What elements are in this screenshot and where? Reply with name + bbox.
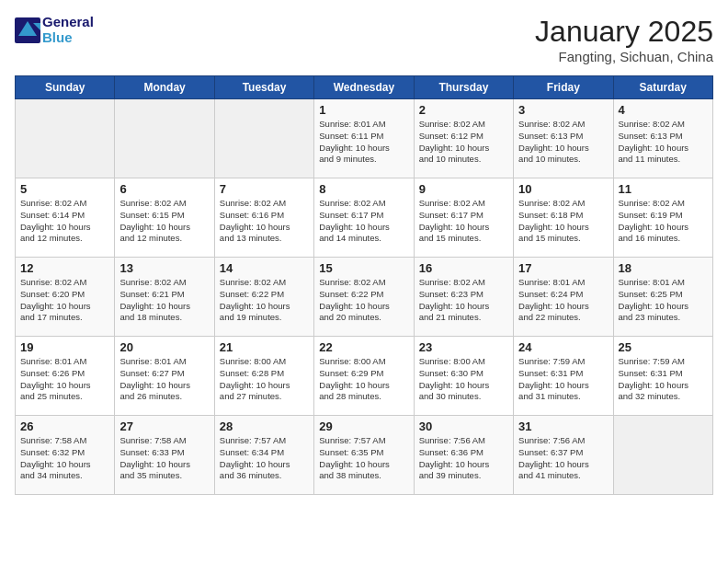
calendar-cell: 20Sunrise: 8:01 AM Sunset: 6:27 PM Dayli…: [115, 337, 214, 416]
calendar-cell: 22Sunrise: 8:00 AM Sunset: 6:29 PM Dayli…: [314, 337, 414, 416]
day-info: Sunrise: 8:02 AM Sunset: 6:21 PM Dayligh…: [119, 277, 209, 324]
logo-text-line2: Blue: [42, 30, 94, 46]
calendar-cell: 5Sunrise: 8:02 AM Sunset: 6:14 PM Daylig…: [16, 178, 115, 258]
day-number: 1: [319, 103, 408, 117]
weekday-header-tuesday: Tuesday: [214, 76, 313, 99]
week-row-2: 5Sunrise: 8:02 AM Sunset: 6:14 PM Daylig…: [16, 178, 713, 258]
day-number: 16: [419, 261, 508, 275]
calendar-cell: [115, 99, 214, 178]
weekday-header-wednesday: Wednesday: [314, 76, 414, 99]
day-info: Sunrise: 8:01 AM Sunset: 6:24 PM Dayligh…: [518, 277, 608, 324]
day-info: Sunrise: 8:02 AM Sunset: 6:13 PM Dayligh…: [518, 119, 608, 166]
day-info: Sunrise: 8:00 AM Sunset: 6:29 PM Dayligh…: [319, 356, 408, 403]
calendar-cell: 30Sunrise: 7:56 AM Sunset: 6:36 PM Dayli…: [414, 416, 513, 495]
calendar-cell: 17Sunrise: 8:01 AM Sunset: 6:24 PM Dayli…: [514, 258, 613, 337]
day-number: 2: [419, 103, 508, 117]
calendar-cell: [613, 416, 712, 495]
calendar-cell: 7Sunrise: 8:02 AM Sunset: 6:16 PM Daylig…: [214, 178, 313, 258]
week-row-3: 12Sunrise: 8:02 AM Sunset: 6:20 PM Dayli…: [16, 258, 713, 337]
calendar-cell: 28Sunrise: 7:57 AM Sunset: 6:34 PM Dayli…: [214, 416, 313, 495]
day-number: 8: [319, 182, 408, 196]
day-number: 5: [20, 182, 109, 196]
calendar-cell: 8Sunrise: 8:02 AM Sunset: 6:17 PM Daylig…: [314, 178, 414, 258]
day-info: Sunrise: 8:02 AM Sunset: 6:17 PM Dayligh…: [419, 198, 508, 245]
day-info: Sunrise: 8:02 AM Sunset: 6:15 PM Dayligh…: [119, 198, 209, 245]
calendar-cell: 13Sunrise: 8:02 AM Sunset: 6:21 PM Dayli…: [115, 258, 214, 337]
calendar-cell: 2Sunrise: 8:02 AM Sunset: 6:12 PM Daylig…: [414, 99, 513, 178]
day-info: Sunrise: 7:57 AM Sunset: 6:34 PM Dayligh…: [220, 435, 309, 482]
day-number: 25: [619, 340, 708, 354]
day-number: 12: [20, 261, 109, 275]
day-info: Sunrise: 8:02 AM Sunset: 6:23 PM Dayligh…: [419, 277, 508, 324]
day-info: Sunrise: 8:01 AM Sunset: 6:27 PM Dayligh…: [119, 356, 209, 403]
day-number: 30: [419, 419, 508, 433]
calendar-cell: 4Sunrise: 8:02 AM Sunset: 6:13 PM Daylig…: [613, 99, 712, 178]
day-info: Sunrise: 7:56 AM Sunset: 6:37 PM Dayligh…: [518, 435, 608, 482]
day-number: 3: [518, 103, 608, 117]
day-number: 27: [119, 419, 209, 433]
calendar-cell: 10Sunrise: 8:02 AM Sunset: 6:18 PM Dayli…: [514, 178, 613, 258]
day-info: Sunrise: 7:58 AM Sunset: 6:32 PM Dayligh…: [20, 435, 109, 482]
day-number: 7: [220, 182, 309, 196]
day-info: Sunrise: 8:02 AM Sunset: 6:13 PM Dayligh…: [619, 119, 708, 166]
logo-text-line1: General: [42, 15, 94, 30]
weekday-header-friday: Friday: [514, 76, 613, 99]
weekday-header-sunday: Sunday: [16, 76, 115, 99]
weekday-header-thursday: Thursday: [414, 76, 513, 99]
calendar-cell: [214, 99, 313, 178]
day-number: 31: [518, 419, 608, 433]
calendar-cell: 15Sunrise: 8:02 AM Sunset: 6:22 PM Dayli…: [314, 258, 414, 337]
day-info: Sunrise: 8:00 AM Sunset: 6:28 PM Dayligh…: [220, 356, 309, 403]
calendar-cell: 18Sunrise: 8:01 AM Sunset: 6:25 PM Dayli…: [613, 258, 712, 337]
day-number: 29: [319, 419, 408, 433]
day-number: 17: [518, 261, 608, 275]
day-info: Sunrise: 8:02 AM Sunset: 6:14 PM Dayligh…: [20, 198, 109, 245]
calendar-cell: 29Sunrise: 7:57 AM Sunset: 6:35 PM Dayli…: [314, 416, 414, 495]
day-info: Sunrise: 8:02 AM Sunset: 6:22 PM Dayligh…: [319, 277, 408, 324]
day-number: 10: [518, 182, 608, 196]
day-info: Sunrise: 8:02 AM Sunset: 6:22 PM Dayligh…: [220, 277, 309, 324]
weekday-header-row: SundayMondayTuesdayWednesdayThursdayFrid…: [16, 76, 713, 99]
day-info: Sunrise: 7:57 AM Sunset: 6:35 PM Dayligh…: [319, 435, 408, 482]
page-header: General Blue January 2025 Fangting, Sich…: [15, 15, 713, 64]
day-number: 14: [220, 261, 309, 275]
day-number: 24: [518, 340, 608, 354]
week-row-4: 19Sunrise: 8:01 AM Sunset: 6:26 PM Dayli…: [16, 337, 713, 416]
calendar-cell: 11Sunrise: 8:02 AM Sunset: 6:19 PM Dayli…: [613, 178, 712, 258]
day-number: 18: [619, 261, 708, 275]
day-info: Sunrise: 8:02 AM Sunset: 6:12 PM Dayligh…: [419, 119, 508, 166]
calendar-title: January 2025: [535, 15, 713, 49]
calendar-cell: 24Sunrise: 7:59 AM Sunset: 6:31 PM Dayli…: [514, 337, 613, 416]
calendar-cell: 1Sunrise: 8:01 AM Sunset: 6:11 PM Daylig…: [314, 99, 414, 178]
weekday-header-monday: Monday: [115, 76, 214, 99]
title-block: January 2025 Fangting, Sichuan, China: [535, 15, 713, 64]
day-info: Sunrise: 8:01 AM Sunset: 6:26 PM Dayligh…: [20, 356, 109, 403]
day-number: 21: [220, 340, 309, 354]
calendar-cell: 19Sunrise: 8:01 AM Sunset: 6:26 PM Dayli…: [16, 337, 115, 416]
logo-icon: [15, 17, 40, 43]
calendar-cell: 9Sunrise: 8:02 AM Sunset: 6:17 PM Daylig…: [414, 178, 513, 258]
day-info: Sunrise: 7:56 AM Sunset: 6:36 PM Dayligh…: [419, 435, 508, 482]
day-number: 28: [220, 419, 309, 433]
calendar-cell: 3Sunrise: 8:02 AM Sunset: 6:13 PM Daylig…: [514, 99, 613, 178]
day-number: 13: [119, 261, 209, 275]
day-info: Sunrise: 8:01 AM Sunset: 6:11 PM Dayligh…: [319, 119, 408, 166]
calendar-cell: 12Sunrise: 8:02 AM Sunset: 6:20 PM Dayli…: [16, 258, 115, 337]
calendar-cell: 25Sunrise: 7:59 AM Sunset: 6:31 PM Dayli…: [613, 337, 712, 416]
calendar-cell: 21Sunrise: 8:00 AM Sunset: 6:28 PM Dayli…: [214, 337, 313, 416]
day-info: Sunrise: 8:01 AM Sunset: 6:25 PM Dayligh…: [619, 277, 708, 324]
day-info: Sunrise: 7:59 AM Sunset: 6:31 PM Dayligh…: [518, 356, 608, 403]
calendar-cell: 23Sunrise: 8:00 AM Sunset: 6:30 PM Dayli…: [414, 337, 513, 416]
day-number: 26: [20, 419, 109, 433]
calendar-cell: 6Sunrise: 8:02 AM Sunset: 6:15 PM Daylig…: [115, 178, 214, 258]
calendar-cell: 31Sunrise: 7:56 AM Sunset: 6:37 PM Dayli…: [514, 416, 613, 495]
day-number: 6: [119, 182, 209, 196]
day-number: 15: [319, 261, 408, 275]
day-info: Sunrise: 8:02 AM Sunset: 6:18 PM Dayligh…: [518, 198, 608, 245]
weekday-header-saturday: Saturday: [613, 76, 712, 99]
day-info: Sunrise: 7:58 AM Sunset: 6:33 PM Dayligh…: [119, 435, 209, 482]
day-number: 19: [20, 340, 109, 354]
calendar-cell: 27Sunrise: 7:58 AM Sunset: 6:33 PM Dayli…: [115, 416, 214, 495]
day-number: 4: [619, 103, 708, 117]
week-row-5: 26Sunrise: 7:58 AM Sunset: 6:32 PM Dayli…: [16, 416, 713, 495]
